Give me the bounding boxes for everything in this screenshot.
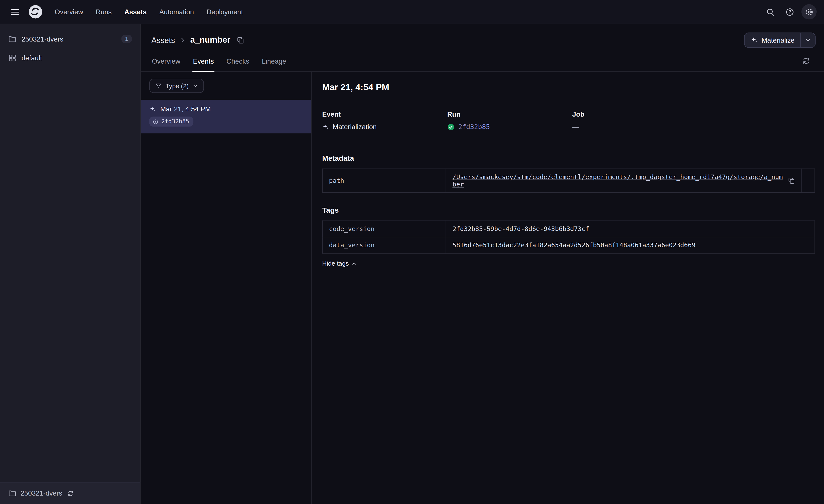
run-status-icon: [152, 118, 159, 125]
hide-tags-label: Hide tags: [322, 260, 349, 267]
sync-icon: [67, 490, 74, 497]
table-row: code_version 2fd32b85-59be-4d7d-8d6e-943…: [322, 221, 815, 237]
app-window: Overview Runs Assets Automation Deployme…: [0, 0, 824, 504]
folder-icon: [8, 35, 16, 43]
tag-value: 2fd32b85-59be-4d7d-8d6e-943b6b3d73cf: [446, 221, 815, 237]
sidebar-item-code-location[interactable]: 250321-dvers 1: [0, 29, 140, 48]
table-row: data_version 5816d76e51c13dac22e3fa182a6…: [322, 237, 815, 253]
search-button[interactable]: [762, 4, 778, 19]
materialization-sparkle-icon: [149, 106, 156, 113]
copy-icon: [237, 36, 244, 44]
caret-down-icon: [805, 36, 811, 43]
materialize-button-label: Materialize: [761, 36, 795, 44]
type-filter-label: Type (2): [166, 82, 189, 90]
tags-table: code_version 2fd32b85-59be-4d7d-8d6e-943…: [322, 221, 815, 254]
main-nav: Overview Runs Assets Automation Deployme…: [49, 5, 248, 19]
sync-icon: [802, 57, 810, 65]
help-button[interactable]: [782, 4, 797, 19]
sidebar-item-group-default[interactable]: default: [0, 48, 140, 67]
caret-up-icon: [351, 261, 356, 266]
run-id-badge-label: 2fd32b85: [161, 118, 189, 125]
tag-key: data_version: [322, 237, 446, 253]
event-list-item[interactable]: Mar 21, 4:54 PM 2fd32b85: [141, 100, 311, 133]
type-filter-button[interactable]: Type (2): [149, 79, 204, 93]
sparkle-icon: [751, 36, 758, 43]
metadata-key: path: [322, 169, 446, 192]
top-nav: Overview Runs Assets Automation Deployme…: [0, 0, 824, 24]
asset-catalog-sidebar: 250321-dvers 1 default: [0, 24, 141, 504]
hide-tags-link[interactable]: Hide tags: [322, 260, 356, 267]
metadata-path-link[interactable]: /Users/smackesey/stm/code/elementl/exper…: [452, 173, 784, 188]
metadata-table: path /Users/smackesey/stm/code/elementl/…: [322, 168, 815, 193]
tags-heading: Tags: [322, 206, 815, 214]
chevron-right-icon: [179, 36, 186, 43]
materialize-button[interactable]: Materialize: [745, 33, 800, 47]
tag-value: 5816d76e51c13dac22e3fa182a654aa2d526fb50…: [446, 237, 815, 253]
event-timestamp-heading: Mar 21, 4:54 PM: [322, 83, 815, 93]
sidebar-list: 250321-dvers 1 default: [0, 24, 140, 482]
tab-events[interactable]: Events: [193, 50, 214, 72]
tab-checks[interactable]: Checks: [226, 50, 250, 72]
asset-tabs: Overview Events Checks Lineage: [141, 50, 824, 72]
run-column-label: Run: [447, 110, 573, 118]
table-row: path /Users/smackesey/stm/code/elementl/…: [322, 169, 815, 192]
dagster-logo-icon: [27, 4, 43, 20]
sidebar-footer-code-location[interactable]: 250321-dvers: [0, 482, 140, 504]
nav-item-assets[interactable]: Assets: [119, 5, 152, 19]
refresh-button[interactable]: [799, 54, 813, 69]
copy-icon: [788, 177, 795, 184]
search-icon: [766, 8, 775, 16]
nav-item-automation[interactable]: Automation: [154, 5, 199, 19]
event-column-label: Event: [322, 110, 447, 118]
nav-item-overview[interactable]: Overview: [49, 5, 88, 19]
run-success-check-icon: [447, 123, 455, 130]
asset-group-icon: [8, 54, 16, 61]
materialization-sparkle-icon: [322, 123, 329, 130]
folder-icon: [8, 489, 16, 497]
materialize-dropdown-button[interactable]: [801, 33, 815, 47]
asset-name-title: a_number: [190, 35, 230, 45]
job-value: —: [572, 123, 697, 131]
event-summary-columns: Event Materialization: [322, 110, 815, 131]
hamburger-icon: [11, 7, 20, 17]
asset-detail-page: Assets a_number: [141, 24, 824, 504]
asset-count-badge: 1: [121, 35, 132, 43]
run-id-link[interactable]: 2fd32b85: [458, 123, 490, 131]
topnav-actions: [762, 4, 817, 19]
gear-icon: [805, 8, 813, 16]
hamburger-menu-button[interactable]: [7, 4, 23, 20]
tab-overview[interactable]: Overview: [151, 50, 181, 72]
materialize-split-button: Materialize: [744, 32, 816, 47]
breadcrumb-assets-link[interactable]: Assets: [151, 35, 175, 44]
run-id-badge[interactable]: 2fd32b85: [149, 117, 193, 127]
tab-lineage[interactable]: Lineage: [261, 50, 287, 72]
job-column-label: Job: [572, 110, 697, 118]
metadata-heading: Metadata: [322, 154, 815, 162]
event-list-panel: Type (2) Mar 21, 4:54: [141, 72, 312, 504]
event-type-value: Materialization: [332, 123, 377, 131]
sidebar-footer-label: 250321-dvers: [21, 489, 62, 497]
settings-button[interactable]: [802, 4, 817, 19]
page-header: Assets a_number: [141, 24, 824, 50]
copy-asset-name-button[interactable]: [237, 36, 244, 44]
copy-path-button[interactable]: [788, 177, 795, 184]
nav-item-deployment[interactable]: Deployment: [201, 5, 248, 19]
nav-item-runs[interactable]: Runs: [91, 5, 117, 19]
sidebar-item-label: 250321-dvers: [22, 35, 116, 43]
event-item-timestamp: Mar 21, 4:54 PM: [160, 105, 211, 113]
breadcrumb: Assets a_number: [151, 35, 245, 45]
chevron-down-icon: [192, 83, 198, 89]
sidebar-item-label: default: [22, 54, 132, 61]
filter-funnel-icon: [155, 83, 162, 89]
help-icon: [786, 8, 794, 16]
metadata-action-cell: [802, 169, 815, 192]
event-detail-panel: Mar 21, 4:54 PM Event: [312, 72, 824, 504]
tag-key: code_version: [322, 221, 446, 237]
